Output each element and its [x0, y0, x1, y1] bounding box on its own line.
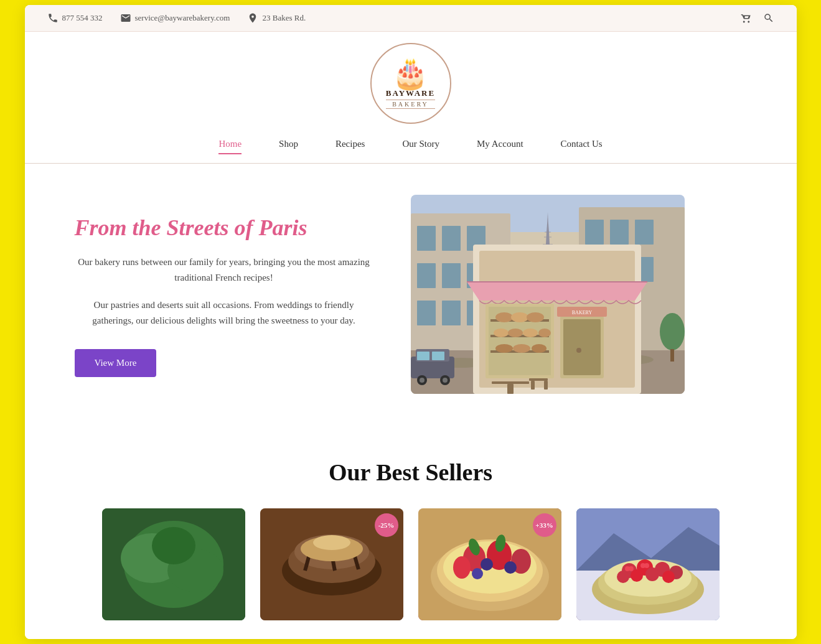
svg-point-48 — [513, 344, 530, 353]
hero-text: From the Streets of Paris Our bakery run… — [75, 215, 373, 377]
svg-point-113 — [644, 563, 649, 568]
svg-point-40 — [527, 312, 544, 322]
nav-shop[interactable]: Shop — [279, 139, 298, 154]
svg-point-90 — [481, 558, 493, 571]
svg-point-63 — [420, 378, 425, 383]
svg-rect-66 — [417, 352, 429, 360]
svg-point-75 — [152, 527, 195, 564]
hero-desc1: Our bakery runs between our family for y… — [75, 254, 373, 286]
best-sellers-section: Our Best Sellers — [25, 427, 797, 639]
svg-point-45 — [538, 329, 551, 337]
email-icon — [120, 12, 131, 24]
best-sellers-title: Our Best Sellers — [62, 459, 759, 486]
nav-my-account[interactable]: My Account — [477, 139, 523, 154]
svg-point-39 — [511, 312, 528, 322]
discount-badge-2: -25% — [375, 513, 398, 537]
product-card-2[interactable]: -25% — [260, 508, 403, 620]
email-contact: service@baywarebakery.com — [120, 12, 230, 24]
product-image-4 — [576, 508, 720, 620]
svg-text:BAKERY: BAKERY — [571, 310, 592, 315]
nav-our-story[interactable]: Our Story — [402, 139, 439, 154]
svg-rect-59 — [544, 381, 548, 390]
phone-icon — [47, 12, 59, 24]
svg-rect-51 — [563, 319, 601, 375]
hero-section: From the Streets of Paris Our bakery run… — [25, 164, 797, 427]
paris-bakery-image: BAKERY — [411, 195, 685, 394]
svg-rect-6 — [417, 263, 436, 288]
logo-area: 🎂 BAYWARE BAKERY — [25, 32, 797, 130]
cart-icon[interactable] — [741, 12, 752, 24]
logo-cake-icon: 🎂 — [386, 58, 435, 88]
nav-recipes[interactable]: Recipes — [335, 139, 365, 154]
svg-rect-55 — [492, 381, 529, 384]
top-bar-icons — [741, 12, 774, 24]
svg-rect-15 — [635, 220, 654, 245]
svg-point-65 — [443, 378, 448, 383]
svg-point-107 — [631, 569, 643, 582]
svg-point-47 — [495, 344, 513, 353]
svg-rect-70 — [670, 349, 674, 362]
logo-circle: 🎂 BAYWARE BAKERY — [370, 43, 451, 124]
svg-rect-7 — [442, 263, 461, 288]
location-icon — [247, 12, 258, 24]
top-bar: 877 554 332 service@baywarebakery.com 23… — [25, 5, 797, 32]
product-card-4[interactable] — [576, 508, 720, 620]
svg-rect-10 — [442, 301, 461, 325]
phone-contact: 877 554 332 — [47, 12, 103, 24]
street-address: 23 Bakes Rd. — [262, 13, 306, 23]
search-icon[interactable] — [763, 12, 774, 24]
discount-badge-3: +33% — [533, 513, 556, 537]
svg-rect-57 — [529, 378, 548, 381]
svg-point-106 — [617, 571, 629, 583]
svg-point-81 — [313, 535, 350, 550]
top-bar-left: 877 554 332 service@baywarebakery.com 23… — [47, 12, 721, 24]
svg-point-91 — [504, 561, 517, 574]
svg-rect-3 — [417, 226, 436, 251]
svg-point-42 — [494, 329, 509, 337]
svg-marker-33 — [467, 282, 647, 301]
svg-rect-4 — [442, 226, 461, 251]
svg-point-52 — [576, 348, 581, 353]
nav-contact-us[interactable]: Contact Us — [561, 139, 603, 154]
svg-point-49 — [532, 344, 547, 353]
logo-brand-name: BAYWARE — [386, 88, 435, 98]
svg-rect-13 — [585, 220, 604, 245]
address-contact: 23 Bakes Rd. — [247, 12, 306, 24]
svg-point-38 — [495, 312, 513, 322]
svg-point-89 — [453, 556, 471, 579]
products-row: -25% — [62, 508, 759, 620]
browser-frame: 877 554 332 service@baywarebakery.com 23… — [25, 5, 797, 639]
logo-container[interactable]: 🎂 BAYWARE BAKERY — [370, 43, 451, 124]
nav-home[interactable]: Home — [218, 139, 242, 154]
svg-rect-14 — [610, 220, 629, 245]
logo-brand-sub: BAKERY — [386, 100, 435, 109]
svg-point-69 — [660, 313, 685, 350]
hero-desc2: Our pastries and deserts suit all occasi… — [75, 297, 373, 329]
svg-rect-56 — [507, 384, 514, 394]
svg-point-43 — [508, 329, 523, 337]
product-card-3[interactable]: +33% — [418, 508, 561, 620]
svg-point-92 — [472, 568, 483, 579]
svg-rect-9 — [417, 301, 436, 325]
product-image-1 — [102, 508, 245, 620]
email-address: service@baywarebakery.com — [135, 13, 230, 23]
svg-point-109 — [662, 571, 675, 583]
product-card-1[interactable] — [102, 508, 245, 620]
svg-rect-58 — [531, 381, 535, 390]
logo-inner: 🎂 BAYWARE BAKERY — [386, 58, 435, 109]
main-nav: Home Shop Recipes Our Story My Account C… — [25, 130, 797, 164]
hero-image: BAKERY — [411, 195, 685, 396]
phone-number: 877 554 332 — [62, 13, 103, 23]
hero-title: From the Streets of Paris — [75, 215, 373, 241]
svg-point-44 — [523, 329, 538, 337]
view-more-button[interactable]: View More — [75, 349, 157, 377]
svg-point-111 — [629, 566, 634, 571]
svg-rect-67 — [432, 352, 444, 360]
svg-point-108 — [645, 567, 659, 581]
